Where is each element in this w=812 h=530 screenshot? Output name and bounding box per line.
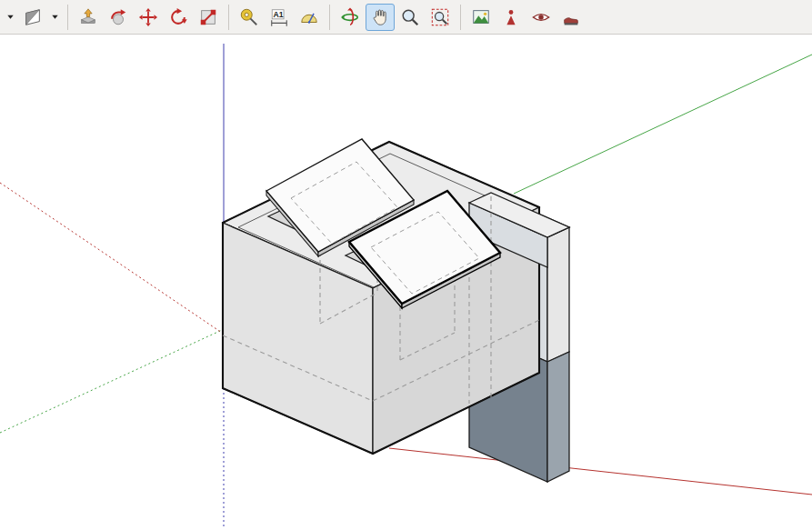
green-axis-dotted-line <box>0 330 222 433</box>
scale-icon <box>198 7 218 27</box>
position-camera-button[interactable] <box>496 4 526 31</box>
protractor-icon <box>299 7 319 27</box>
protractor-button[interactable] <box>295 4 324 31</box>
toolbar-separator <box>67 5 68 30</box>
zoom-icon <box>400 7 420 27</box>
drawing-canvas[interactable] <box>0 35 812 529</box>
position-camera-icon <box>501 7 521 27</box>
walk-icon <box>561 7 581 27</box>
red-axis-line <box>389 448 812 495</box>
zoom-extents-button[interactable] <box>426 4 455 31</box>
red-axis-dotted-line <box>0 183 222 333</box>
push-pull-icon <box>78 7 98 27</box>
dropdown-arrow-icon <box>50 12 60 22</box>
rotate-icon <box>168 7 188 27</box>
follow-me-icon <box>108 7 128 27</box>
toolbar-separator <box>329 5 330 30</box>
face-style-swatch-icon <box>23 7 43 27</box>
slab-right-face-lower <box>547 352 569 482</box>
face-style-dropdown-button[interactable] <box>48 4 62 31</box>
green-axis-line <box>514 55 812 194</box>
toolbar-separator <box>228 5 229 30</box>
orbit-button[interactable] <box>336 4 365 31</box>
style-dropdown-button[interactable] <box>4 4 17 31</box>
move-icon <box>138 7 158 27</box>
dropdown-arrow-icon <box>5 12 15 22</box>
tape-measure-icon <box>239 7 259 27</box>
match-photo-button[interactable] <box>466 4 496 31</box>
model-viewport <box>0 35 812 529</box>
pan-button[interactable] <box>366 4 395 31</box>
walk-button[interactable] <box>556 4 586 31</box>
main-toolbar: A1 <box>0 0 812 35</box>
scale-button[interactable] <box>194 4 223 31</box>
zoom-button[interactable] <box>396 4 425 31</box>
dimensions-icon: A1 <box>269 7 289 27</box>
face-style-button[interactable] <box>18 4 47 31</box>
dimensions-button[interactable]: A1 <box>265 4 294 31</box>
tape-measure-button[interactable] <box>235 4 264 31</box>
pan-hand-icon <box>370 7 390 27</box>
slab-right-face-upper <box>547 227 569 362</box>
orbit-icon <box>340 7 360 27</box>
zoom-extents-icon <box>430 7 450 27</box>
match-photo-icon <box>471 7 491 27</box>
rotate-button[interactable] <box>164 4 193 31</box>
push-pull-button[interactable] <box>74 4 103 31</box>
move-button[interactable] <box>134 4 163 31</box>
look-around-icon <box>531 7 551 27</box>
follow-me-button[interactable] <box>104 4 133 31</box>
look-around-button[interactable] <box>526 4 556 31</box>
svg-text:A1: A1 <box>274 10 284 19</box>
toolbar-separator <box>460 5 461 30</box>
